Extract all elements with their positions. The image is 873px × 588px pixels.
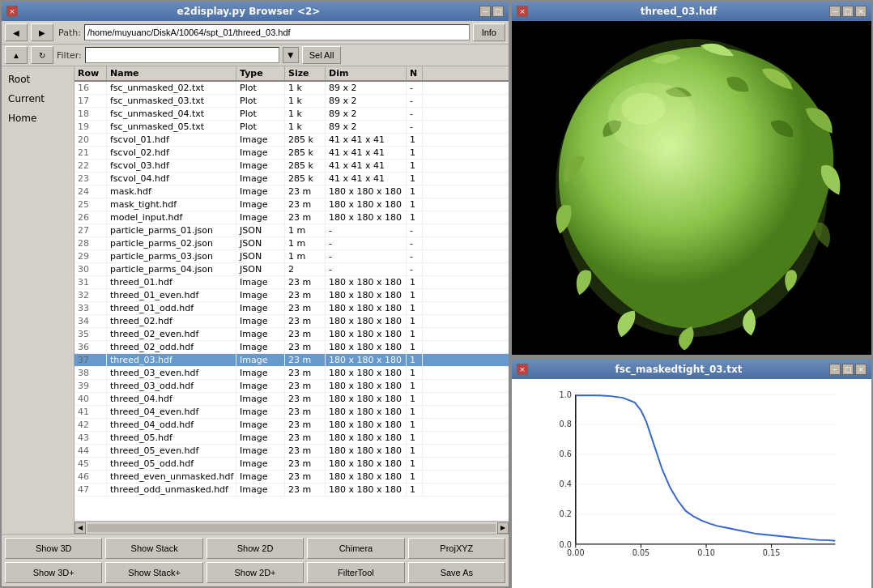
table-row[interactable]: 45 threed_05_odd.hdf Image 23 m 180 x 18… bbox=[75, 458, 509, 471]
show3dplus-button[interactable]: Show 3D+ bbox=[5, 562, 102, 583]
selall-button[interactable]: Sel All bbox=[302, 46, 342, 64]
top-viewer-max[interactable]: □ bbox=[842, 6, 854, 17]
table-row[interactable]: 42 threed_04_odd.hdf Image 23 m 180 x 18… bbox=[75, 419, 509, 432]
cell-dim: 180 x 180 x 180 bbox=[326, 419, 407, 431]
table-row[interactable]: 24 mask.hdf Image 23 m 180 x 180 x 180 1 bbox=[75, 185, 509, 198]
hscroll-right[interactable]: ▶ bbox=[497, 522, 509, 534]
cell-type: Image bbox=[236, 134, 285, 146]
filter-input[interactable] bbox=[85, 47, 279, 63]
show3d-button[interactable]: Show 3D bbox=[5, 538, 102, 559]
top-viewer-close[interactable]: × bbox=[517, 6, 528, 17]
table-row[interactable]: 39 threed_03_odd.hdf Image 23 m 180 x 18… bbox=[75, 380, 509, 393]
forward-button[interactable]: ▶ bbox=[31, 23, 53, 41]
cell-row: 36 bbox=[75, 341, 107, 353]
cell-n: 1 bbox=[407, 302, 423, 314]
table-row[interactable]: 37 threed_03.hdf Image 23 m 180 x 180 x … bbox=[75, 354, 509, 367]
cell-n: - bbox=[407, 121, 423, 133]
top-viewer-close2[interactable]: × bbox=[855, 6, 867, 17]
cell-dim: - bbox=[326, 237, 407, 249]
cell-type: Plot bbox=[236, 121, 285, 133]
table-row[interactable]: 22 fscvol_03.hdf Image 285 k 41 x 41 x 4… bbox=[75, 160, 509, 173]
hscroll-track[interactable] bbox=[87, 524, 496, 532]
bottom-viewer-max[interactable]: □ bbox=[842, 364, 854, 375]
cell-row: 25 bbox=[75, 198, 107, 211]
close-button[interactable]: × bbox=[6, 6, 18, 17]
cell-dim: 180 x 180 x 180 bbox=[326, 315, 407, 327]
table-row[interactable]: 40 threed_04.hdf Image 23 m 180 x 180 x … bbox=[75, 393, 509, 406]
cell-name: threed_02_even.hdf bbox=[107, 328, 236, 340]
minimize-button[interactable]: − bbox=[479, 6, 491, 17]
projxyz-button[interactable]: ProjXYZ bbox=[408, 538, 505, 559]
table-row[interactable]: 44 threed_05_even.hdf Image 23 m 180 x 1… bbox=[75, 445, 509, 458]
table-row[interactable]: 47 threed_odd_unmasked.hdf Image 23 m 18… bbox=[75, 484, 509, 496]
maximize-button[interactable]: □ bbox=[492, 6, 504, 17]
table-row[interactable]: 34 threed_02.hdf Image 23 m 180 x 180 x … bbox=[75, 315, 509, 328]
table-row[interactable]: 27 particle_parms_01.json JSON 1 m - - bbox=[75, 224, 509, 237]
bottom-viewer-close[interactable]: × bbox=[517, 364, 528, 375]
svg-point-2 bbox=[621, 93, 665, 125]
sidebar-item-home[interactable]: Home bbox=[2, 109, 74, 128]
table-row[interactable]: 17 fsc_unmasked_03.txt Plot 1 k 89 x 2 - bbox=[75, 95, 509, 108]
bottom-viewer-close2[interactable]: × bbox=[855, 364, 867, 375]
table-row[interactable]: 20 fscvol_01.hdf Image 285 k 41 x 41 x 4… bbox=[75, 134, 509, 147]
bottom-viewer-controls: − □ × bbox=[829, 364, 867, 375]
show2d-button[interactable]: Show 2D bbox=[207, 538, 304, 559]
showstackplus-button[interactable]: Show Stack+ bbox=[105, 562, 202, 583]
table-row[interactable]: 33 threed_01_odd.hdf Image 23 m 180 x 18… bbox=[75, 302, 509, 315]
cell-n: 1 bbox=[407, 367, 423, 379]
sidebar-item-current[interactable]: Current bbox=[2, 89, 74, 109]
bottom-viewer-min[interactable]: − bbox=[829, 364, 841, 375]
cell-size: 2 bbox=[285, 263, 326, 275]
table-row[interactable]: 26 model_input.hdf Image 23 m 180 x 180 … bbox=[75, 211, 509, 224]
refresh-button[interactable]: ↻ bbox=[31, 46, 53, 64]
filter-dropdown[interactable]: ▼ bbox=[283, 47, 299, 63]
cell-row: 45 bbox=[75, 458, 107, 470]
cell-row: 23 bbox=[75, 173, 107, 185]
cell-name: threed_02_odd.hdf bbox=[107, 341, 236, 353]
cell-size: 23 m bbox=[285, 419, 326, 431]
table-row[interactable]: 38 threed_03_even.hdf Image 23 m 180 x 1… bbox=[75, 367, 509, 380]
saveas-button[interactable]: Save As bbox=[408, 562, 505, 583]
table-row[interactable]: 36 threed_02_odd.hdf Image 23 m 180 x 18… bbox=[75, 341, 509, 354]
table-row[interactable]: 23 fscvol_04.hdf Image 285 k 41 x 41 x 4… bbox=[75, 173, 509, 185]
top-viewer-controls: − □ × bbox=[829, 6, 867, 17]
cell-row: 22 bbox=[75, 160, 107, 172]
table-row[interactable]: 28 particle_parms_02.json JSON 1 m - - bbox=[75, 237, 509, 250]
cell-type: JSON bbox=[236, 250, 285, 262]
cell-size: 23 m bbox=[285, 367, 326, 379]
table-row[interactable]: 41 threed_04_even.hdf Image 23 m 180 x 1… bbox=[75, 406, 509, 419]
table-row[interactable]: 43 threed_05.hdf Image 23 m 180 x 180 x … bbox=[75, 432, 509, 445]
back-button[interactable]: ◀ bbox=[5, 23, 28, 41]
table-row[interactable]: 18 fsc_unmasked_04.txt Plot 1 k 89 x 2 - bbox=[75, 108, 509, 121]
cell-name: mask.hdf bbox=[107, 185, 236, 198]
cell-dim: 180 x 180 x 180 bbox=[326, 484, 407, 496]
table-row[interactable]: 32 threed_01_even.hdf Image 23 m 180 x 1… bbox=[75, 289, 509, 302]
table-row[interactable]: 19 fsc_unmasked_05.txt Plot 1 k 89 x 2 - bbox=[75, 121, 509, 134]
table-scroll[interactable]: 16 fsc_unmasked_02.txt Plot 1 k 89 x 2 -… bbox=[75, 82, 509, 521]
sidebar-item-root[interactable]: Root bbox=[2, 70, 74, 89]
table-row[interactable]: 31 threed_01.hdf Image 23 m 180 x 180 x … bbox=[75, 276, 509, 289]
cell-type: Image bbox=[236, 198, 285, 211]
table-row[interactable]: 46 threed_even_unmasked.hdf Image 23 m 1… bbox=[75, 471, 509, 484]
cell-dim: 180 x 180 x 180 bbox=[326, 458, 407, 470]
svg-text:0.00: 0.00 bbox=[567, 548, 585, 557]
cell-type: Image bbox=[236, 445, 285, 457]
show2dplus-button[interactable]: Show 2D+ bbox=[207, 562, 304, 583]
path-input[interactable] bbox=[84, 24, 470, 40]
table-row[interactable]: 21 fscvol_02.hdf Image 285 k 41 x 41 x 4… bbox=[75, 147, 509, 160]
showstack-button[interactable]: Show Stack bbox=[105, 538, 202, 559]
cell-n: 1 bbox=[407, 328, 423, 340]
top-viewer-min[interactable]: − bbox=[829, 6, 841, 17]
table-row[interactable]: 30 particle_parms_04.json JSON 2 - - bbox=[75, 263, 509, 276]
table-row[interactable]: 35 threed_02_even.hdf Image 23 m 180 x 1… bbox=[75, 328, 509, 341]
hscroll-left[interactable]: ◀ bbox=[75, 522, 86, 534]
table-row[interactable]: 25 mask_tight.hdf Image 23 m 180 x 180 x… bbox=[75, 198, 509, 211]
up-button[interactable]: ▲ bbox=[5, 46, 28, 64]
filtertool-button[interactable]: FilterTool bbox=[307, 562, 404, 583]
table-row[interactable]: 16 fsc_unmasked_02.txt Plot 1 k 89 x 2 - bbox=[75, 82, 509, 95]
info-button[interactable]: Info bbox=[473, 23, 505, 41]
table-row[interactable]: 29 particle_parms_03.json JSON 1 m - - bbox=[75, 250, 509, 263]
cell-size: 23 m bbox=[285, 432, 326, 444]
chimera-button[interactable]: Chimera bbox=[307, 538, 404, 559]
cell-name: threed_03.hdf bbox=[107, 354, 236, 366]
